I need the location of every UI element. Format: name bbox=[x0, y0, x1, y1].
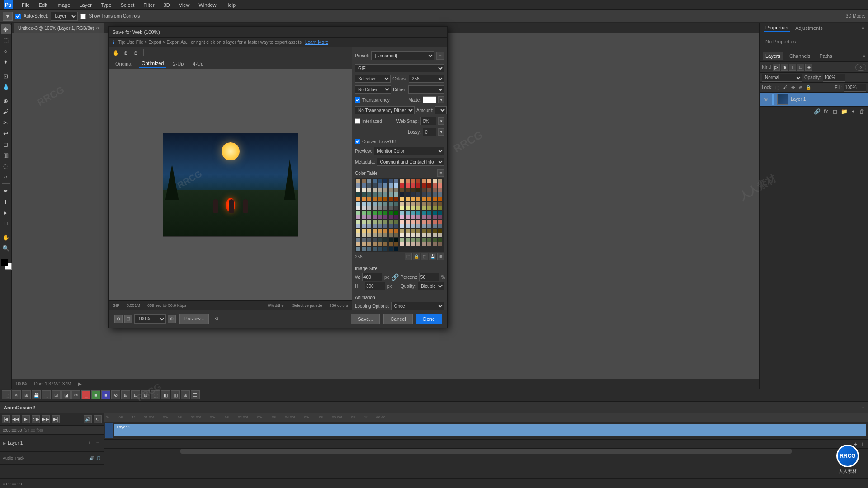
selection-tool[interactable]: ⬚ bbox=[1, 35, 11, 45]
ct-lock-btn[interactable]: 🔒 bbox=[413, 253, 420, 260]
color-cell-87[interactable] bbox=[394, 202, 398, 206]
color-cell-214[interactable] bbox=[389, 238, 393, 242]
timeline-scrollbar[interactable] bbox=[104, 448, 868, 454]
color-cell-52[interactable] bbox=[378, 192, 382, 197]
sfw-matte-dropdown[interactable]: ▼ bbox=[438, 96, 444, 103]
tl-add-frame-btn[interactable]: + bbox=[86, 440, 93, 446]
color-cell-34[interactable] bbox=[367, 188, 371, 192]
tl-tool-16[interactable]: ⬚ bbox=[151, 390, 160, 399]
sfw-metadata-select[interactable]: Copyright and Contact Info bbox=[377, 158, 444, 166]
color-cell-135[interactable] bbox=[394, 215, 398, 219]
color-cell-16[interactable] bbox=[356, 183, 360, 188]
color-cell-61[interactable] bbox=[427, 192, 431, 197]
color-cell-152[interactable] bbox=[400, 220, 404, 224]
channels-tab[interactable]: Channels bbox=[787, 52, 813, 60]
color-cell-238[interactable] bbox=[433, 242, 437, 246]
properties-tab[interactable]: Properties bbox=[764, 24, 790, 32]
color-cell-53[interactable] bbox=[383, 192, 387, 197]
color-cell-195[interactable] bbox=[373, 233, 377, 237]
sfw-transparency-checkbox[interactable] bbox=[355, 97, 360, 103]
menu-filter[interactable]: Filter bbox=[142, 1, 156, 9]
tl-layer-settings[interactable]: ≡ bbox=[94, 440, 101, 446]
color-cell-32[interactable] bbox=[356, 188, 360, 192]
color-cell-67[interactable] bbox=[373, 197, 377, 201]
clone-tool[interactable]: ✂ bbox=[1, 117, 11, 127]
color-cell-180[interactable] bbox=[378, 229, 382, 233]
color-cell-68[interactable] bbox=[378, 197, 382, 201]
sfw-palette-select[interactable]: Selective bbox=[355, 75, 391, 83]
color-cell-41[interactable] bbox=[406, 188, 410, 192]
lock-all-icon[interactable]: 🔒 bbox=[805, 84, 811, 91]
close-document-tab[interactable]: ✕ bbox=[96, 26, 99, 30]
hand-tool[interactable]: ✋ bbox=[1, 232, 11, 242]
color-cell-168[interactable] bbox=[400, 224, 404, 228]
color-cell-27[interactable] bbox=[416, 183, 420, 188]
color-cell-99[interactable] bbox=[373, 206, 377, 210]
color-cell-102[interactable] bbox=[389, 206, 393, 210]
zoom-in-btn[interactable]: ⊕ bbox=[168, 315, 176, 323]
tl-tool-8[interactable]: ✂ bbox=[71, 390, 80, 399]
filter-smart-icon[interactable]: ◈ bbox=[805, 64, 812, 71]
shape-tool[interactable]: □ bbox=[1, 218, 11, 228]
tl-tool-6[interactable]: ⊡ bbox=[52, 390, 61, 399]
color-cell-219[interactable] bbox=[416, 238, 420, 242]
color-cell-120[interactable] bbox=[400, 211, 404, 215]
menu-select[interactable]: Select bbox=[119, 1, 137, 9]
color-cell-147[interactable] bbox=[373, 220, 377, 224]
timeline-layer1-track[interactable]: Layer 1 bbox=[114, 424, 866, 436]
settings-btn[interactable]: ⚙ bbox=[94, 415, 102, 423]
color-cell-158[interactable] bbox=[433, 220, 437, 224]
color-cell-22[interactable] bbox=[389, 183, 393, 188]
eraser-tool[interactable]: ◻ bbox=[1, 139, 11, 149]
color-cell-221[interactable] bbox=[427, 238, 431, 242]
color-cell-1[interactable] bbox=[362, 179, 366, 183]
tl-tool-1[interactable]: ⬚ bbox=[2, 390, 11, 399]
menu-type[interactable]: Type bbox=[99, 1, 113, 9]
color-cell-8[interactable] bbox=[400, 179, 404, 183]
color-cell-127[interactable] bbox=[438, 211, 442, 215]
new-group-btn[interactable]: 📁 bbox=[840, 108, 848, 116]
color-cell-46[interactable] bbox=[433, 188, 437, 192]
sfw-colors-select[interactable]: 256 bbox=[409, 75, 444, 83]
color-cell-211[interactable] bbox=[373, 238, 377, 242]
color-cell-243[interactable] bbox=[373, 247, 377, 251]
sfw-preset-select[interactable]: [Unnamed] bbox=[371, 51, 434, 60]
height-input[interactable] bbox=[365, 282, 385, 290]
color-cell-183[interactable] bbox=[394, 229, 398, 233]
color-cell-109[interactable] bbox=[427, 206, 431, 210]
filter-shape-icon[interactable]: □ bbox=[797, 64, 804, 71]
color-cell-130[interactable] bbox=[367, 215, 371, 219]
color-cell-104[interactable] bbox=[400, 206, 404, 210]
color-cell-126[interactable] bbox=[433, 211, 437, 215]
color-cell-199[interactable] bbox=[394, 233, 398, 237]
color-cell-77[interactable] bbox=[427, 197, 431, 201]
audio-mute-btn[interactable]: 🔊 bbox=[89, 456, 94, 460]
color-cell-37[interactable] bbox=[383, 188, 387, 192]
tl-tool-4[interactable]: 💾 bbox=[32, 390, 41, 399]
sfw-lossy-input[interactable] bbox=[423, 128, 436, 136]
color-cell-205[interactable] bbox=[427, 233, 431, 237]
save-button[interactable]: Save... bbox=[351, 314, 380, 324]
sfw-websnap-input[interactable] bbox=[420, 117, 436, 125]
new-layer-btn[interactable]: + bbox=[849, 108, 857, 116]
color-cell-133[interactable] bbox=[383, 215, 387, 219]
color-cell-91[interactable] bbox=[416, 202, 420, 206]
color-cell-213[interactable] bbox=[383, 238, 387, 242]
color-cell-115[interactable] bbox=[373, 211, 377, 215]
color-cell-233[interactable] bbox=[406, 242, 410, 246]
color-cell-174[interactable] bbox=[433, 224, 437, 228]
healing-tool[interactable]: ⊕ bbox=[1, 96, 11, 106]
color-cell-197[interactable] bbox=[383, 233, 387, 237]
color-cell-244[interactable] bbox=[378, 247, 382, 251]
tl-tool-7[interactable]: ◪ bbox=[61, 390, 71, 399]
color-cell-192[interactable] bbox=[356, 233, 360, 237]
color-cell-240[interactable] bbox=[356, 247, 360, 251]
adjustments-tab[interactable]: Adjustments bbox=[793, 24, 825, 32]
color-cell-164[interactable] bbox=[378, 224, 382, 228]
color-cell-59[interactable] bbox=[416, 192, 420, 197]
tl-tool-18[interactable]: ◫ bbox=[171, 390, 180, 399]
filter-pixel-icon[interactable]: px bbox=[773, 64, 780, 71]
color-cell-145[interactable] bbox=[362, 220, 366, 224]
color-cell-39[interactable] bbox=[394, 188, 398, 192]
color-cell-175[interactable] bbox=[438, 224, 442, 228]
